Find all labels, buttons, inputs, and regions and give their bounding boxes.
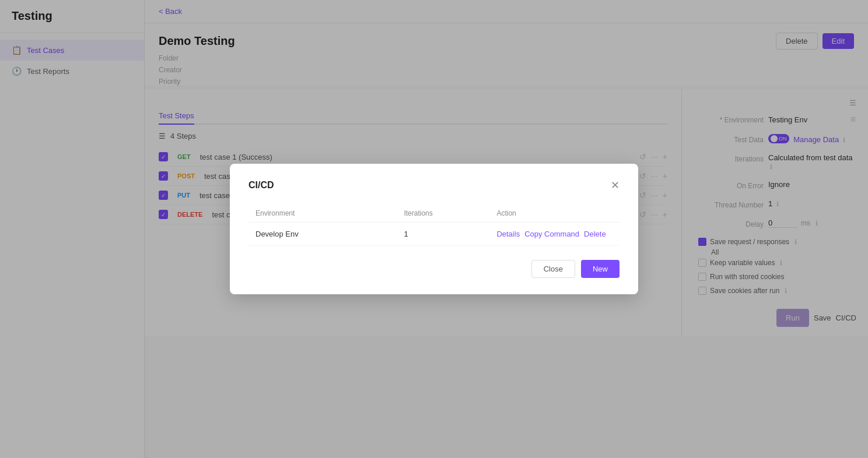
modal-footer: Close New <box>249 260 620 278</box>
cicd-table: Environment Iterations Action Develop En… <box>249 205 620 246</box>
col-header-environment: Environment <box>249 205 397 223</box>
row-action-links: Details Copy Command Delete <box>496 230 612 238</box>
copy-command-link[interactable]: Copy Command <box>524 230 579 238</box>
row-environment: Develop Env <box>249 223 397 246</box>
delete-link[interactable]: Delete <box>584 230 606 238</box>
row-actions: Details Copy Command Delete <box>489 223 620 246</box>
table-row: Develop Env 1 Details Copy Command Delet… <box>249 223 620 246</box>
col-header-action: Action <box>489 205 620 223</box>
modal-title: CI/CD <box>249 180 274 191</box>
modal-overlay[interactable]: CI/CD ✕ Environment Iterations Action De… <box>0 0 868 458</box>
modal-header: CI/CD ✕ <box>249 180 620 191</box>
row-iterations: 1 <box>397 223 489 246</box>
details-link[interactable]: Details <box>496 230 520 238</box>
modal-close-button[interactable]: ✕ <box>611 180 620 191</box>
close-modal-button[interactable]: Close <box>531 260 575 278</box>
col-header-iterations: Iterations <box>397 205 489 223</box>
cicd-modal: CI/CD ✕ Environment Iterations Action De… <box>230 164 638 294</box>
new-modal-button[interactable]: New <box>581 260 620 278</box>
